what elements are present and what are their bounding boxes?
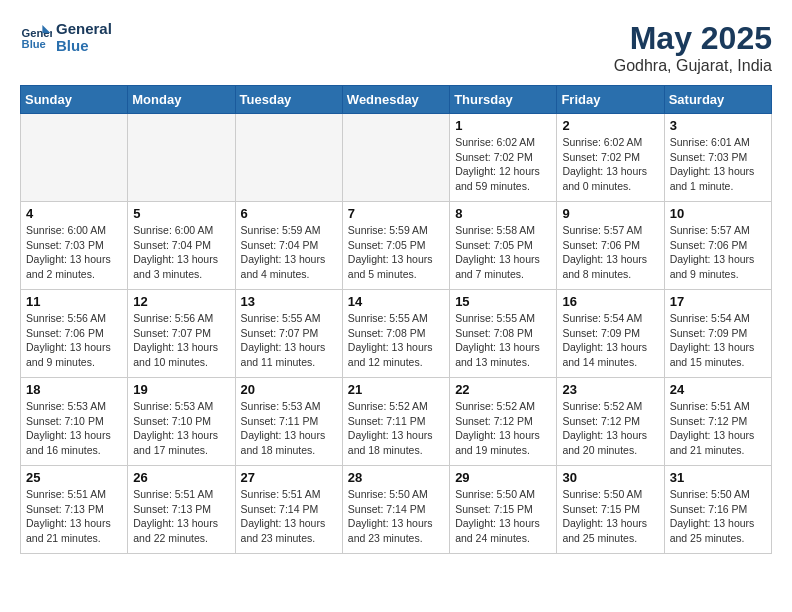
day-cell: 12Sunrise: 5:56 AM Sunset: 7:07 PM Dayli… [128,290,235,378]
day-number: 1 [455,118,551,133]
day-number: 23 [562,382,658,397]
logo-line2: Blue [56,37,112,54]
day-number: 26 [133,470,229,485]
day-info: Sunrise: 5:59 AM Sunset: 7:04 PM Dayligh… [241,223,337,282]
day-info: Sunrise: 6:00 AM Sunset: 7:03 PM Dayligh… [26,223,122,282]
day-number: 2 [562,118,658,133]
day-info: Sunrise: 5:56 AM Sunset: 7:07 PM Dayligh… [133,311,229,370]
day-cell: 28Sunrise: 5:50 AM Sunset: 7:14 PM Dayli… [342,466,449,554]
day-info: Sunrise: 5:50 AM Sunset: 7:16 PM Dayligh… [670,487,766,546]
col-header-sunday: Sunday [21,86,128,114]
day-cell: 7Sunrise: 5:59 AM Sunset: 7:05 PM Daylig… [342,202,449,290]
day-info: Sunrise: 5:59 AM Sunset: 7:05 PM Dayligh… [348,223,444,282]
day-info: Sunrise: 5:55 AM Sunset: 7:08 PM Dayligh… [348,311,444,370]
col-header-saturday: Saturday [664,86,771,114]
day-number: 31 [670,470,766,485]
col-header-tuesday: Tuesday [235,86,342,114]
day-info: Sunrise: 5:55 AM Sunset: 7:08 PM Dayligh… [455,311,551,370]
day-cell: 14Sunrise: 5:55 AM Sunset: 7:08 PM Dayli… [342,290,449,378]
week-row-5: 25Sunrise: 5:51 AM Sunset: 7:13 PM Dayli… [21,466,772,554]
day-number: 14 [348,294,444,309]
day-cell: 24Sunrise: 5:51 AM Sunset: 7:12 PM Dayli… [664,378,771,466]
day-number: 15 [455,294,551,309]
week-row-1: 1Sunrise: 6:02 AM Sunset: 7:02 PM Daylig… [21,114,772,202]
day-cell: 19Sunrise: 5:53 AM Sunset: 7:10 PM Dayli… [128,378,235,466]
day-info: Sunrise: 5:50 AM Sunset: 7:15 PM Dayligh… [562,487,658,546]
day-number: 6 [241,206,337,221]
day-number: 13 [241,294,337,309]
day-cell: 16Sunrise: 5:54 AM Sunset: 7:09 PM Dayli… [557,290,664,378]
day-cell: 29Sunrise: 5:50 AM Sunset: 7:15 PM Dayli… [450,466,557,554]
day-cell: 26Sunrise: 5:51 AM Sunset: 7:13 PM Dayli… [128,466,235,554]
day-number: 25 [26,470,122,485]
day-cell: 22Sunrise: 5:52 AM Sunset: 7:12 PM Dayli… [450,378,557,466]
day-cell: 11Sunrise: 5:56 AM Sunset: 7:06 PM Dayli… [21,290,128,378]
week-row-4: 18Sunrise: 5:53 AM Sunset: 7:10 PM Dayli… [21,378,772,466]
day-info: Sunrise: 5:53 AM Sunset: 7:11 PM Dayligh… [241,399,337,458]
day-cell: 21Sunrise: 5:52 AM Sunset: 7:11 PM Dayli… [342,378,449,466]
main-title: May 2025 [614,20,772,57]
day-number: 10 [670,206,766,221]
day-number: 19 [133,382,229,397]
col-header-wednesday: Wednesday [342,86,449,114]
day-cell: 15Sunrise: 5:55 AM Sunset: 7:08 PM Dayli… [450,290,557,378]
day-number: 8 [455,206,551,221]
day-info: Sunrise: 5:52 AM Sunset: 7:12 PM Dayligh… [455,399,551,458]
day-number: 3 [670,118,766,133]
day-info: Sunrise: 5:57 AM Sunset: 7:06 PM Dayligh… [670,223,766,282]
day-cell: 30Sunrise: 5:50 AM Sunset: 7:15 PM Dayli… [557,466,664,554]
day-info: Sunrise: 5:51 AM Sunset: 7:13 PM Dayligh… [26,487,122,546]
day-cell: 27Sunrise: 5:51 AM Sunset: 7:14 PM Dayli… [235,466,342,554]
day-cell: 4Sunrise: 6:00 AM Sunset: 7:03 PM Daylig… [21,202,128,290]
day-number: 21 [348,382,444,397]
calendar-header-row: SundayMondayTuesdayWednesdayThursdayFrid… [21,86,772,114]
day-cell: 25Sunrise: 5:51 AM Sunset: 7:13 PM Dayli… [21,466,128,554]
day-info: Sunrise: 5:51 AM Sunset: 7:14 PM Dayligh… [241,487,337,546]
calendar: SundayMondayTuesdayWednesdayThursdayFrid… [20,85,772,554]
day-info: Sunrise: 5:57 AM Sunset: 7:06 PM Dayligh… [562,223,658,282]
week-row-3: 11Sunrise: 5:56 AM Sunset: 7:06 PM Dayli… [21,290,772,378]
day-cell: 17Sunrise: 5:54 AM Sunset: 7:09 PM Dayli… [664,290,771,378]
day-cell [342,114,449,202]
day-info: Sunrise: 5:58 AM Sunset: 7:05 PM Dayligh… [455,223,551,282]
day-cell: 2Sunrise: 6:02 AM Sunset: 7:02 PM Daylig… [557,114,664,202]
day-number: 22 [455,382,551,397]
day-info: Sunrise: 5:53 AM Sunset: 7:10 PM Dayligh… [26,399,122,458]
day-info: Sunrise: 5:56 AM Sunset: 7:06 PM Dayligh… [26,311,122,370]
svg-text:Blue: Blue [22,38,46,50]
day-cell: 5Sunrise: 6:00 AM Sunset: 7:04 PM Daylig… [128,202,235,290]
day-info: Sunrise: 5:50 AM Sunset: 7:15 PM Dayligh… [455,487,551,546]
day-info: Sunrise: 5:51 AM Sunset: 7:13 PM Dayligh… [133,487,229,546]
col-header-friday: Friday [557,86,664,114]
header: General Blue General Blue May 2025 Godhr… [20,20,772,75]
day-info: Sunrise: 5:51 AM Sunset: 7:12 PM Dayligh… [670,399,766,458]
day-number: 5 [133,206,229,221]
day-number: 7 [348,206,444,221]
subtitle: Godhra, Gujarat, India [614,57,772,75]
day-number: 16 [562,294,658,309]
day-info: Sunrise: 5:52 AM Sunset: 7:11 PM Dayligh… [348,399,444,458]
day-cell: 18Sunrise: 5:53 AM Sunset: 7:10 PM Dayli… [21,378,128,466]
day-number: 27 [241,470,337,485]
day-cell: 1Sunrise: 6:02 AM Sunset: 7:02 PM Daylig… [450,114,557,202]
day-number: 11 [26,294,122,309]
day-cell [128,114,235,202]
day-info: Sunrise: 6:01 AM Sunset: 7:03 PM Dayligh… [670,135,766,194]
day-info: Sunrise: 5:52 AM Sunset: 7:12 PM Dayligh… [562,399,658,458]
logo: General Blue General Blue [20,20,112,54]
day-cell [21,114,128,202]
week-row-2: 4Sunrise: 6:00 AM Sunset: 7:03 PM Daylig… [21,202,772,290]
day-cell: 3Sunrise: 6:01 AM Sunset: 7:03 PM Daylig… [664,114,771,202]
day-cell: 13Sunrise: 5:55 AM Sunset: 7:07 PM Dayli… [235,290,342,378]
day-cell: 10Sunrise: 5:57 AM Sunset: 7:06 PM Dayli… [664,202,771,290]
day-number: 20 [241,382,337,397]
day-cell: 23Sunrise: 5:52 AM Sunset: 7:12 PM Dayli… [557,378,664,466]
col-header-thursday: Thursday [450,86,557,114]
col-header-monday: Monday [128,86,235,114]
logo-line1: General [56,20,112,37]
day-cell [235,114,342,202]
day-number: 17 [670,294,766,309]
day-info: Sunrise: 5:54 AM Sunset: 7:09 PM Dayligh… [670,311,766,370]
day-info: Sunrise: 5:53 AM Sunset: 7:10 PM Dayligh… [133,399,229,458]
day-info: Sunrise: 5:54 AM Sunset: 7:09 PM Dayligh… [562,311,658,370]
